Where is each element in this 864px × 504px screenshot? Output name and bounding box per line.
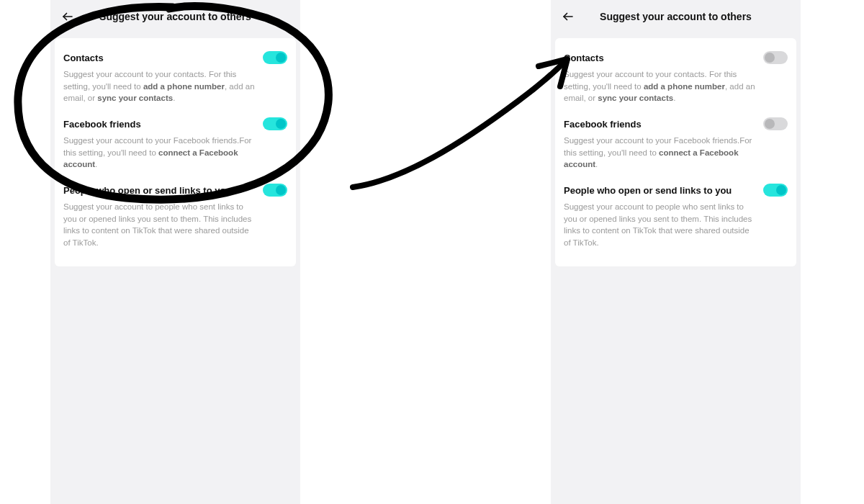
setting-description: Suggest your account to people who sent … (63, 201, 258, 249)
toggle-links[interactable] (263, 184, 287, 197)
page-title: Suggest your account to others (600, 11, 752, 22)
settings-card: Contacts Suggest your account to your co… (55, 38, 296, 266)
setting-title: People who open or send links to you (63, 185, 231, 196)
phone-screen-right: Suggest your account to others Contacts … (551, 0, 801, 504)
setting-title: Facebook friends (564, 119, 642, 130)
header: Suggest your account to others (551, 0, 801, 32)
toggle-facebook[interactable] (763, 117, 788, 130)
setting-links: People who open or send links to you Sug… (63, 178, 287, 256)
page-title: Suggest your account to others (99, 11, 251, 22)
back-arrow-icon[interactable] (60, 9, 75, 24)
setting-contacts: Contacts Suggest your account to your co… (63, 45, 287, 112)
setting-facebook: Facebook friends Suggest your account to… (63, 112, 287, 178)
setting-description: Suggest your account to people who sent … (564, 201, 758, 249)
toggle-facebook[interactable] (263, 117, 287, 130)
link-add-phone[interactable]: add a phone number (644, 82, 725, 91)
toggle-contacts[interactable] (263, 51, 287, 64)
setting-title: Facebook friends (63, 119, 141, 130)
setting-title: People who open or send links to you (564, 185, 732, 196)
setting-title: Contacts (564, 53, 604, 63)
toggle-contacts[interactable] (763, 51, 788, 64)
setting-links: People who open or send links to you Sug… (564, 178, 788, 256)
back-arrow-icon[interactable] (561, 9, 575, 24)
setting-description: Suggest your account to your contacts. F… (63, 68, 258, 104)
setting-description: Suggest your account to your Facebook fr… (564, 135, 758, 171)
settings-card: Contacts Suggest your account to your co… (555, 38, 796, 266)
header: Suggest your account to others (50, 0, 300, 32)
setting-title: Contacts (63, 53, 104, 63)
phone-screen-left: Suggest your account to others Contacts … (50, 0, 300, 504)
toggle-links[interactable] (763, 184, 788, 197)
link-sync-contacts[interactable]: sync your contacts (598, 94, 673, 102)
setting-description: Suggest your account to your contacts. F… (564, 68, 758, 104)
setting-facebook: Facebook friends Suggest your account to… (564, 112, 788, 178)
link-add-phone[interactable]: add a phone number (143, 82, 225, 91)
setting-description: Suggest your account to your Facebook fr… (63, 135, 258, 171)
link-sync-contacts[interactable]: sync your contacts (97, 94, 173, 102)
setting-contacts: Contacts Suggest your account to your co… (564, 45, 788, 112)
